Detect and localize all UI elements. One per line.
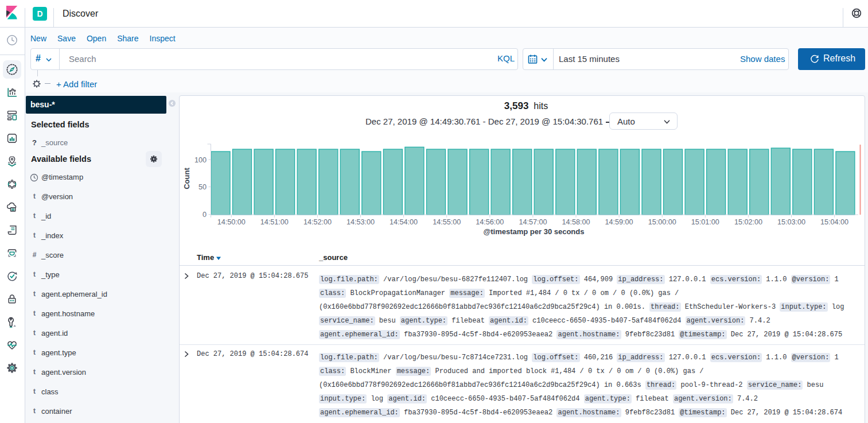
svg-text:15:00:00: 15:00:00 [648, 218, 676, 226]
svg-text:15:01:00: 15:01:00 [691, 218, 719, 226]
svg-text:Count: Count [182, 168, 191, 189]
svg-text:15:02:00: 15:02:00 [734, 218, 762, 226]
svg-text:14:52:00: 14:52:00 [303, 218, 332, 226]
svg-text:14:59:00: 14:59:00 [605, 218, 633, 226]
svg-text:@timestamp per 30 seconds: @timestamp per 30 seconds [484, 227, 585, 236]
svg-text:14:57:00: 14:57:00 [519, 218, 547, 226]
svg-text:14:58:00: 14:58:00 [562, 218, 590, 226]
svg-text:15:04:00: 15:04:00 [820, 218, 848, 226]
svg-text:14:54:00: 14:54:00 [390, 218, 418, 226]
svg-text:14:56:00: 14:56:00 [476, 218, 504, 226]
svg-text:14:50:00: 14:50:00 [217, 218, 246, 226]
svg-text:0: 0 [203, 211, 207, 219]
svg-text:100: 100 [194, 156, 207, 164]
svg-text:14:55:00: 14:55:00 [433, 218, 461, 226]
svg-text:14:51:00: 14:51:00 [260, 218, 289, 226]
svg-text:14:53:00: 14:53:00 [347, 218, 375, 226]
svg-text:50: 50 [198, 183, 207, 191]
svg-text:15:03:00: 15:03:00 [777, 218, 805, 226]
